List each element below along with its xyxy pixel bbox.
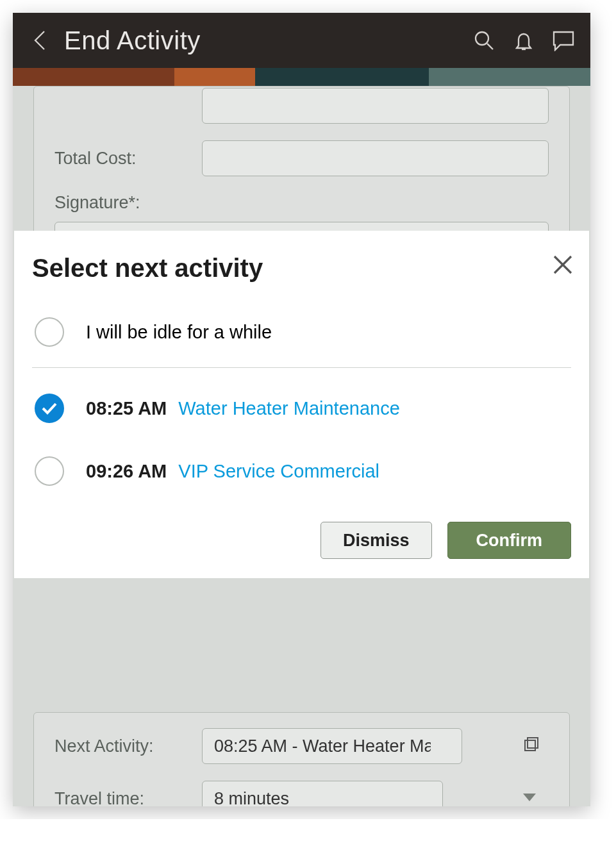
radio-selected <box>35 394 64 423</box>
activity-option-1[interactable]: 08:25 AM Water Heater Maintenance <box>32 377 571 440</box>
option-label: Water Heater Maintenance <box>178 398 399 419</box>
app-frame: End Activity Total Cost: Signature*: <box>13 13 590 806</box>
check-icon <box>41 401 58 415</box>
divider <box>32 367 571 368</box>
modal-buttons: Dismiss Confirm <box>32 522 571 559</box>
select-next-activity-modal: Select next activity I will be idle for … <box>14 231 589 578</box>
option-time: 09:26 AM <box>86 461 167 481</box>
modal-dismiss-button[interactable]: Dismiss <box>320 522 432 559</box>
activity-option-2[interactable]: 09:26 AM VIP Service Commercial <box>32 440 571 503</box>
radio-unselected <box>35 317 64 347</box>
idle-option[interactable]: I will be idle for a while <box>32 301 571 363</box>
close-button[interactable] <box>552 254 574 278</box>
option-label: VIP Service Commercial <box>178 461 379 481</box>
radio-unselected <box>35 456 64 486</box>
option-time: 08:25 AM <box>86 398 167 419</box>
modal-overlay: Select next activity I will be idle for … <box>13 13 590 806</box>
idle-option-label: I will be idle for a while <box>86 322 272 343</box>
modal-confirm-button[interactable]: Confirm <box>447 522 572 559</box>
modal-title: Select next activity <box>32 254 571 283</box>
close-icon <box>552 254 574 276</box>
